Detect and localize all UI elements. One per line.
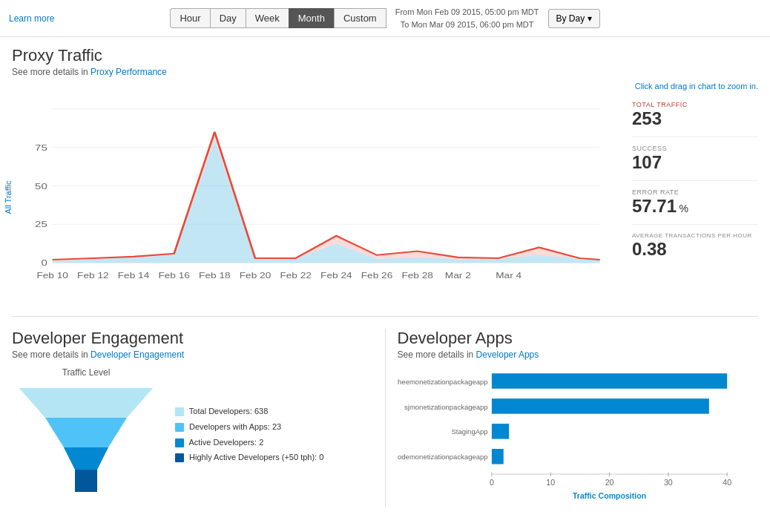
svg-text:sjmonetizationpackageapp: sjmonetizationpackageapp <box>404 404 488 411</box>
legend-item-3: Highly Active Developers (+50 tph): 0 <box>175 450 323 465</box>
svg-marker-24 <box>45 418 127 447</box>
svg-text:75: 75 <box>35 142 47 152</box>
total-traffic-value: 253 <box>632 108 758 129</box>
svg-rect-31 <box>491 373 726 389</box>
svg-rect-26 <box>75 470 97 492</box>
svg-rect-32 <box>491 398 708 414</box>
svg-text:Traffic Composition: Traffic Composition <box>573 492 646 500</box>
legend-color-2 <box>175 439 184 447</box>
avg-trans-value: 0.38 <box>632 239 758 260</box>
time-controls: Hour Day Week Month Custom <box>170 8 386 28</box>
proxy-traffic-subtitle: See more details in Proxy Performance <box>12 67 758 77</box>
svg-text:Feb 10: Feb 10 <box>36 271 68 280</box>
dev-apps-link[interactable]: Developer Apps <box>476 349 539 360</box>
legend-label-1: Developers with Apps: 23 <box>189 422 281 431</box>
svg-text:20: 20 <box>605 479 613 487</box>
legend-label-3: Highly Active Developers (+50 tph): 0 <box>189 453 323 462</box>
svg-text:40: 40 <box>723 479 731 487</box>
svg-text:30: 30 <box>664 479 673 487</box>
svg-text:Feb 22: Feb 22 <box>280 271 312 280</box>
custom-button[interactable]: Custom <box>334 8 386 28</box>
apps-chart: sudheemonetizationpackageapp sjmonetizat… <box>398 367 759 507</box>
error-rate-label: ERROR RATE <box>632 188 758 196</box>
legend-label-2: Active Developers: 2 <box>188 438 263 447</box>
total-traffic-stat: TOTAL TRAFFIC 253 <box>632 101 758 137</box>
by-day-button[interactable]: By Day ▾ <box>548 9 600 28</box>
svg-text:Feb 24: Feb 24 <box>320 271 352 280</box>
y-axis-label: All Traffic <box>4 180 13 214</box>
traffic-svg: 0 25 50 75 Feb 10 Feb 12 Feb 14 Feb 16 <box>12 93 620 301</box>
legend-label-0: Total Developers: 638 <box>189 407 268 416</box>
funnel-chart: Traffic Level <box>12 367 160 502</box>
svg-text:Feb 18: Feb 18 <box>199 271 231 280</box>
legend-color-3 <box>175 453 184 462</box>
error-rate-unit: % <box>679 203 688 214</box>
learn-more-link[interactable]: Learn more <box>9 13 54 24</box>
svg-text:10: 10 <box>546 479 555 487</box>
chart-hint: Click and drag in chart to zoom in. <box>12 82 758 91</box>
dev-apps-subtitle: See more details in Developer Apps <box>398 349 759 360</box>
proxy-performance-link[interactable]: Proxy Performance <box>91 67 167 77</box>
developer-apps-section: Developer Apps See more details in Devel… <box>386 329 759 507</box>
legend-item-0: Total Developers: 638 <box>175 404 323 419</box>
legend-color-1 <box>175 423 184 432</box>
funnel-legend: Total Developers: 638 Developers with Ap… <box>175 404 323 466</box>
error-rate-value-container: 57.71 % <box>632 196 758 217</box>
avg-trans-label: AVERAGE TRANSACTIONS PER HOUR <box>632 232 758 239</box>
dev-engagement-subtitle: See more details in Developer Engagement <box>12 349 373 360</box>
hour-button[interactable]: Hour <box>170 8 209 28</box>
svg-text:Mar 4: Mar 4 <box>496 271 521 280</box>
dev-engagement-link[interactable]: Developer Engagement <box>91 349 184 360</box>
error-rate-value: 57.71 <box>632 196 677 216</box>
total-traffic-label: TOTAL TRAFFIC <box>632 101 758 108</box>
svg-text:Feb 20: Feb 20 <box>240 271 272 280</box>
funnel-title: Traffic Level <box>12 367 160 378</box>
legend-item-1: Developers with Apps: 23 <box>175 419 323 435</box>
day-button[interactable]: Day <box>210 8 246 28</box>
apps-svg: sudheemonetizationpackageapp sjmonetizat… <box>398 367 759 505</box>
svg-rect-34 <box>491 449 503 464</box>
svg-text:Feb 12: Feb 12 <box>77 271 109 280</box>
chart-stats: TOTAL TRAFFIC 253 SUCCESS 107 ERROR RATE… <box>632 93 758 301</box>
svg-text:Feb 14: Feb 14 <box>118 271 150 280</box>
chart-area[interactable]: All Traffic 0 25 50 75 <box>12 93 620 301</box>
week-button[interactable]: Week <box>246 8 289 28</box>
success-stat: SUCCESS 107 <box>632 145 758 181</box>
learn-more-container: Learn more <box>9 13 54 24</box>
month-button[interactable]: Month <box>289 8 334 28</box>
svg-marker-23 <box>19 388 153 418</box>
traffic-chart-container: All Traffic 0 25 50 75 <box>12 93 758 301</box>
error-rate-stat: ERROR RATE 57.71 % <box>632 188 758 225</box>
svg-text:Mar 2: Mar 2 <box>445 271 471 280</box>
svg-rect-33 <box>491 424 508 439</box>
svg-text:nodemonetizationpackageapp: nodemonetizationpackageapp <box>398 453 488 461</box>
proxy-traffic-section: Proxy Traffic See more details in Proxy … <box>12 46 758 301</box>
proxy-traffic-title: Proxy Traffic <box>12 46 758 65</box>
dev-apps-title: Developer Apps <box>398 329 759 348</box>
funnel-svg <box>12 381 160 499</box>
avg-trans-stat: AVERAGE TRANSACTIONS PER HOUR 0.38 <box>632 232 758 267</box>
success-label: SUCCESS <box>632 145 758 152</box>
svg-text:0: 0 <box>489 479 493 487</box>
svg-text:Feb 16: Feb 16 <box>158 271 190 280</box>
svg-marker-10 <box>53 132 600 261</box>
svg-text:Feb 26: Feb 26 <box>361 271 393 280</box>
main-content: Proxy Traffic See more details in Proxy … <box>0 37 770 516</box>
top-bar: Learn more Hour Day Week Month Custom Fr… <box>0 0 770 37</box>
date-range: From Mon Feb 09 2015, 05:00 pm MDT To Mo… <box>395 6 539 30</box>
dev-engagement-title: Developer Engagement <box>12 329 373 348</box>
svg-text:sudheemonetizationpackageapp: sudheemonetizationpackageapp <box>398 378 488 386</box>
svg-text:Feb 28: Feb 28 <box>401 271 433 280</box>
success-value: 107 <box>632 152 758 173</box>
svg-text:StagingApp: StagingApp <box>451 429 487 436</box>
funnel-container: Traffic Level <box>12 367 373 502</box>
bottom-sections: Developer Engagement See more details in… <box>12 316 758 507</box>
svg-text:25: 25 <box>35 220 47 229</box>
legend-item-2: Active Developers: 2 <box>175 435 323 450</box>
legend-color-0 <box>175 407 184 416</box>
developer-engagement-section: Developer Engagement See more details in… <box>12 329 386 507</box>
svg-marker-25 <box>64 447 108 470</box>
svg-text:0: 0 <box>41 258 47 268</box>
svg-text:50: 50 <box>35 181 47 191</box>
